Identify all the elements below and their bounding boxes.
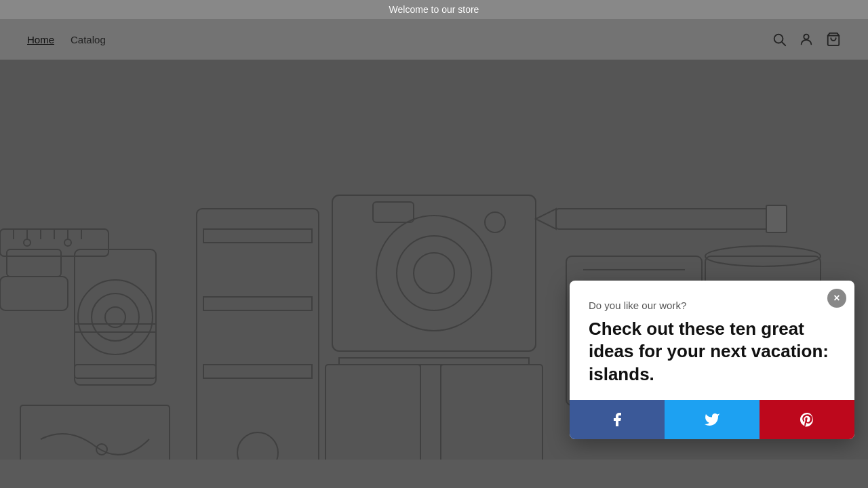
cart-button[interactable]	[826, 32, 841, 47]
svg-point-13	[92, 293, 139, 341]
twitter-share-button[interactable]	[665, 400, 760, 439]
popup-modal: × Do you like our work? Check out these …	[570, 281, 854, 439]
svg-rect-18	[7, 249, 61, 277]
svg-rect-24	[203, 297, 312, 310]
pinterest-share-button[interactable]	[760, 400, 854, 439]
svg-rect-8	[373, 202, 414, 222]
account-icon	[799, 32, 814, 47]
svg-point-0	[774, 35, 783, 43]
popup-subtitle: Do you like our work?	[589, 300, 835, 311]
nav-catalog[interactable]: Catalog	[71, 34, 106, 45]
popup-share-row	[570, 400, 854, 439]
facebook-share-button[interactable]	[570, 400, 665, 439]
search-button[interactable]	[772, 32, 787, 47]
svg-point-9	[485, 212, 505, 232]
svg-point-2	[804, 35, 808, 39]
hero-section: × Do you like our work? Check out these …	[0, 60, 868, 460]
svg-rect-23	[203, 229, 312, 243]
search-icon	[772, 32, 787, 47]
nav-home[interactable]: Home	[27, 34, 54, 45]
svg-point-12	[78, 280, 153, 354]
pinterest-icon	[799, 411, 815, 428]
cart-icon	[826, 32, 841, 47]
svg-rect-15	[75, 365, 156, 378]
svg-point-40	[96, 444, 107, 455]
header: Home Catalog	[0, 19, 868, 60]
svg-point-7	[414, 253, 454, 293]
nav-links: Home Catalog	[27, 34, 106, 45]
popup-close-button[interactable]: ×	[827, 289, 846, 308]
svg-point-5	[376, 216, 492, 331]
svg-rect-28	[420, 365, 441, 460]
account-button[interactable]	[799, 32, 814, 47]
svg-rect-27	[326, 365, 420, 460]
svg-point-26	[237, 432, 278, 460]
svg-rect-39	[20, 405, 170, 460]
svg-rect-22	[197, 209, 319, 460]
svg-line-1	[783, 43, 786, 46]
svg-rect-25	[203, 365, 312, 378]
announcement-text: Welcome to our store	[389, 4, 479, 15]
svg-point-48	[24, 239, 31, 246]
svg-marker-20	[536, 209, 556, 229]
header-icons	[772, 32, 841, 47]
svg-point-49	[64, 239, 71, 246]
svg-rect-17	[0, 277, 68, 310]
announcement-bar: Welcome to our store	[0, 0, 868, 19]
facebook-icon	[609, 411, 625, 428]
svg-point-6	[397, 236, 471, 310]
twitter-icon	[704, 411, 720, 428]
svg-rect-10	[339, 358, 529, 365]
svg-rect-29	[441, 365, 542, 460]
popup-body: × Do you like our work? Check out these …	[570, 281, 854, 400]
svg-rect-21	[766, 205, 787, 232]
popup-title: Check out these ten great ideas for your…	[589, 318, 835, 386]
svg-rect-19	[556, 209, 773, 229]
